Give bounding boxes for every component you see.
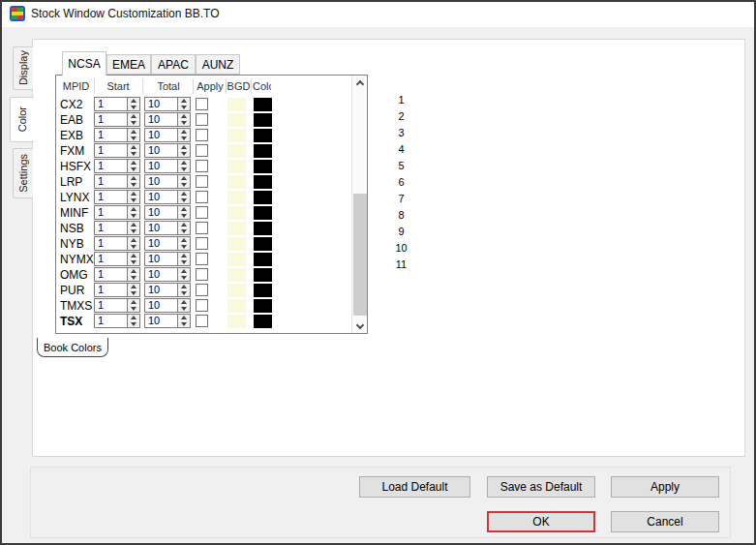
bgd-swatch[interactable] [227, 299, 246, 313]
total-spinner-down-button[interactable] [178, 136, 190, 141]
save-as-default-button[interactable]: Save as Default [487, 476, 595, 498]
bgd-swatch[interactable] [227, 160, 246, 173]
start-spinner[interactable]: 1 [94, 283, 140, 297]
start-spinner[interactable]: 1 [94, 298, 140, 313]
total-spinner[interactable]: 10 [144, 283, 191, 297]
total-spinner-down-button[interactable] [178, 120, 190, 126]
bgd-swatch[interactable] [227, 284, 246, 297]
start-spinner-up-button[interactable] [128, 222, 139, 228]
start-spinner-down-button[interactable] [128, 259, 139, 265]
total-spinner[interactable]: 10 [144, 314, 191, 328]
start-spinner-down-button[interactable] [128, 244, 139, 250]
start-spinner-up-button[interactable] [128, 206, 139, 213]
total-spinner-down-button[interactable] [178, 228, 190, 234]
apply-checkbox[interactable] [196, 268, 208, 281]
total-spinner-up-button[interactable] [178, 113, 190, 120]
bgd-swatch[interactable] [227, 253, 246, 266]
apply-checkbox[interactable] [196, 98, 208, 110]
bgd-swatch[interactable] [227, 222, 246, 235]
start-spinner[interactable]: 1 [94, 128, 140, 142]
start-spinner-up-button[interactable] [128, 98, 139, 105]
color-swatch[interactable] [254, 237, 272, 251]
start-spinner[interactable]: 1 [94, 97, 140, 111]
bgd-swatch[interactable] [227, 315, 246, 328]
color-swatch[interactable] [254, 284, 272, 297]
total-spinner-up-button[interactable] [178, 191, 190, 197]
scroll-thumb[interactable] [353, 194, 367, 316]
start-spinner-up-button[interactable] [128, 191, 139, 197]
bgd-swatch[interactable] [227, 144, 246, 158]
total-spinner-up-button[interactable] [178, 299, 190, 306]
apply-checkbox[interactable] [196, 253, 208, 265]
total-spinner-down-button[interactable] [178, 167, 190, 172]
apply-checkbox[interactable] [196, 299, 208, 312]
start-spinner-up-button[interactable] [128, 253, 139, 259]
apply-button[interactable]: Apply [611, 476, 719, 498]
bgd-swatch[interactable] [227, 113, 246, 127]
start-spinner-up-button[interactable] [128, 268, 139, 275]
apply-checkbox[interactable] [196, 144, 208, 157]
total-spinner-up-button[interactable] [178, 98, 190, 105]
tab-color[interactable]: Color [10, 97, 34, 142]
total-spinner-up-button[interactable] [178, 253, 190, 259]
start-spinner[interactable]: 1 [94, 267, 140, 282]
total-spinner-up-button[interactable] [178, 222, 190, 228]
color-swatch[interactable] [254, 299, 272, 313]
total-spinner[interactable]: 10 [144, 143, 191, 158]
total-spinner-up-button[interactable] [178, 268, 190, 275]
total-spinner[interactable]: 10 [144, 190, 191, 204]
total-spinner-down-button[interactable] [178, 259, 190, 265]
scroll-up-arrow[interactable] [352, 76, 367, 90]
total-spinner-up-button[interactable] [178, 144, 190, 151]
total-spinner-down-button[interactable] [178, 182, 190, 188]
scroll-down-arrow[interactable] [352, 318, 367, 333]
total-spinner-down-button[interactable] [178, 197, 190, 203]
total-spinner-down-button[interactable] [178, 105, 190, 110]
tab-settings[interactable]: Settings [13, 148, 33, 198]
total-spinner[interactable]: 10 [144, 97, 191, 111]
start-spinner[interactable]: 1 [94, 221, 140, 235]
start-spinner-up-button[interactable] [128, 175, 139, 182]
apply-checkbox[interactable] [196, 237, 208, 250]
tab-book-colors[interactable]: Book Colors [37, 338, 108, 357]
color-swatch[interactable] [254, 98, 272, 111]
start-spinner-down-button[interactable] [128, 321, 139, 327]
color-swatch[interactable] [254, 206, 272, 220]
total-spinner[interactable]: 10 [144, 205, 191, 220]
start-spinner-up-button[interactable] [128, 160, 139, 167]
total-spinner-up-button[interactable] [178, 129, 190, 136]
total-spinner[interactable]: 10 [144, 174, 191, 189]
total-spinner-down-button[interactable] [178, 275, 190, 281]
total-spinner-down-button[interactable] [178, 213, 190, 219]
total-spinner-down-button[interactable] [178, 306, 190, 312]
start-spinner[interactable]: 1 [94, 174, 140, 189]
start-spinner-down-button[interactable] [128, 120, 139, 126]
color-swatch[interactable] [254, 175, 272, 189]
apply-checkbox[interactable] [196, 315, 208, 327]
start-spinner-up-button[interactable] [128, 237, 139, 244]
start-spinner[interactable]: 1 [94, 205, 140, 220]
ok-button[interactable]: OK [487, 511, 595, 532]
bgd-swatch[interactable] [227, 268, 246, 282]
tab-ncsa[interactable]: NCSA [62, 51, 106, 76]
color-swatch[interactable] [254, 253, 272, 266]
start-spinner[interactable]: 1 [94, 112, 140, 127]
start-spinner-up-button[interactable] [128, 284, 139, 290]
color-swatch[interactable] [254, 129, 272, 142]
start-spinner-down-button[interactable] [128, 275, 139, 281]
color-swatch[interactable] [254, 191, 272, 204]
apply-checkbox[interactable] [196, 129, 208, 141]
start-spinner-down-button[interactable] [128, 151, 139, 157]
total-spinner-down-button[interactable] [178, 290, 190, 296]
start-spinner[interactable]: 1 [94, 159, 140, 173]
start-spinner-down-button[interactable] [128, 182, 139, 188]
start-spinner-down-button[interactable] [128, 290, 139, 296]
start-spinner-down-button[interactable] [128, 105, 139, 110]
tab-display[interactable]: Display [13, 46, 33, 90]
start-spinner-up-button[interactable] [128, 129, 139, 136]
cancel-button[interactable]: Cancel [611, 511, 719, 532]
total-spinner-up-button[interactable] [178, 206, 190, 213]
apply-checkbox[interactable] [196, 113, 208, 126]
total-spinner[interactable]: 10 [144, 236, 191, 251]
total-spinner[interactable]: 10 [144, 267, 191, 282]
